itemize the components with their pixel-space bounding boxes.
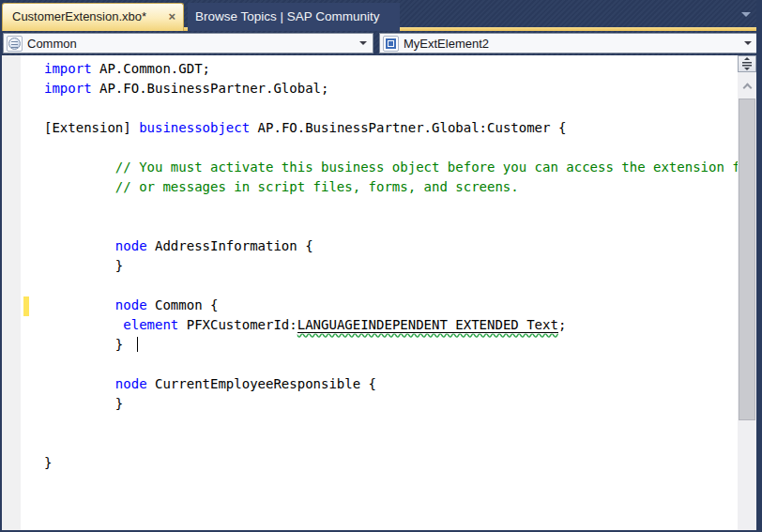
tab-active-label: CustomerExtension.xbo* [12,9,162,23]
code-line [44,414,738,433]
code-line: [Extension] businessobject AP.FO.Busines… [44,118,738,138]
navigation-bar: Common MyExtElement2 [0,31,762,55]
member-dropdown-value: MyExtElement2 [404,37,744,51]
tab-browse-topics[interactable]: Browse Topics | SAP Community [188,3,400,31]
code-editor[interactable]: import AP.Common.GDT;import AP.FO.Busine… [2,55,756,530]
tab-customerextension[interactable]: CustomerExtension.xbo* × [2,3,184,31]
editor-window: CustomerExtension.xbo* × Browse Topics |… [0,0,762,532]
code-lines[interactable]: import AP.Common.GDT;import AP.FO.Busine… [21,55,738,530]
code-line: element PFXCustomerId:LANGUAGEINDEPENDEN… [44,315,738,335]
chevron-up-icon [742,83,752,92]
window-border [756,0,762,532]
code-line [44,138,738,158]
code-line [44,197,738,217]
code-line [44,217,738,236]
tab-inactive-label: Browse Topics | SAP Community [195,9,380,23]
code-line [44,99,738,118]
sphere-lines-icon [7,36,23,52]
chevron-down-icon[interactable] [359,41,367,45]
indicator-margin [2,55,21,530]
code-line [44,276,738,296]
tab-overflow-chevron-icon[interactable] [741,12,751,17]
code-line: node AddressInformation { [44,236,738,256]
code-line: // or messages in script files, forms, a… [44,177,738,197]
code-line: } [44,394,738,414]
scope-dropdown-value: Common [27,37,359,51]
code-line [44,433,738,453]
element-square-icon [383,36,399,52]
editor-split-handle-icon[interactable] [738,55,756,72]
code-line [44,355,738,374]
code-line: import AP.Common.GDT; [44,59,738,79]
scope-dropdown[interactable]: Common [3,33,373,53]
code-line: } [44,453,738,473]
code-line: import AP.FO.BusinessPartner.Global; [44,79,738,99]
code-line: } [44,256,738,276]
vertical-scrollbar[interactable] [738,55,756,530]
code-line: } [44,335,738,355]
close-icon[interactable]: × [168,9,175,23]
tab-strip: CustomerExtension.xbo* × Browse Topics |… [0,0,762,31]
code-line: node CurrentEmployeeResponsible { [44,374,738,394]
code-line: node Common { [44,296,738,315]
scroll-up-button[interactable] [738,78,756,93]
window-border [0,0,2,532]
text-caret [137,337,138,352]
code-line: // You must activate this business objec… [44,158,738,177]
scrollbar-thumb[interactable] [739,99,755,420]
member-dropdown[interactable]: MyExtElement2 [379,33,758,53]
chevron-down-icon[interactable] [744,41,752,45]
